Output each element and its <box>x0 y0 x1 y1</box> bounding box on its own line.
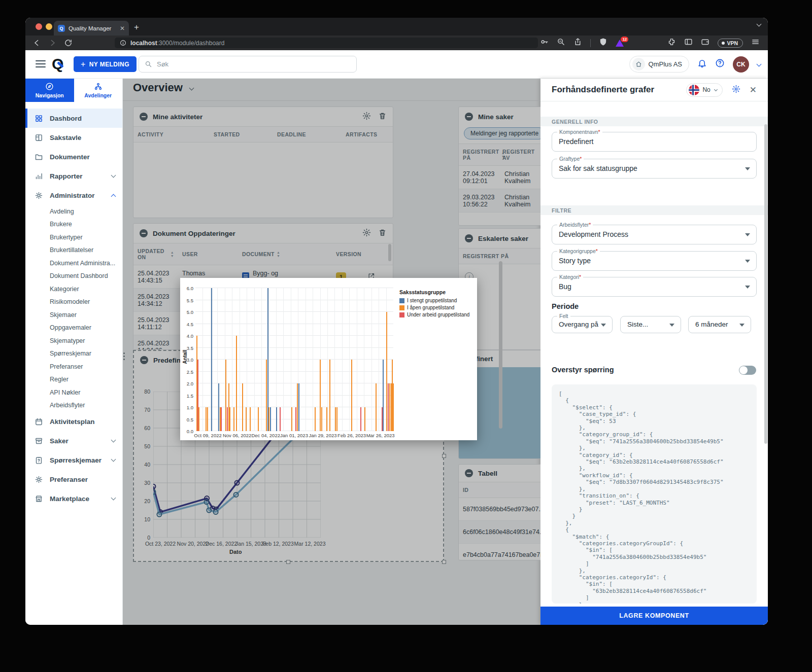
panel-settings-gear-icon[interactable] <box>732 85 740 95</box>
column-header[interactable]: Activity <box>133 127 210 142</box>
query-code-block[interactable]: [ { "$select": { "case_type_id": { "$eq"… <box>552 384 757 604</box>
reload-icon[interactable] <box>64 39 73 47</box>
column-header[interactable]: Artifacts <box>342 127 392 142</box>
password-key-icon[interactable] <box>540 38 549 48</box>
table-row[interactable]: 587f038569bb45ed973e07... <box>459 498 540 521</box>
extension-triangle-icon[interactable]: 12 <box>616 40 624 47</box>
tab-list-chevron-icon[interactable] <box>757 22 762 27</box>
column-header[interactable]: VERSION <box>332 243 367 265</box>
sidebar-item-saker[interactable]: Saker <box>25 431 122 450</box>
share-icon[interactable] <box>573 38 582 48</box>
shield-icon[interactable] <box>599 38 607 48</box>
arbeidsflyter-select[interactable]: Arbeidsflyter* Development Process <box>552 225 757 244</box>
qmplus-logo[interactable]: Q <box>52 55 63 73</box>
resize-handle[interactable] <box>286 560 290 564</box>
url-bar[interactable]: localhost:3000/module/dashboard <box>115 38 538 48</box>
sidebar-subitem-skjematyper[interactable]: Skjematyper <box>25 334 122 347</box>
language-selector[interactable]: No <box>686 83 722 97</box>
column-header[interactable]: DOCUMENT▲▼ <box>238 243 332 265</box>
graftype-select[interactable]: Graftype* Sak for sak statusgruppe <box>552 159 757 179</box>
sidebar-subitem-brukere[interactable]: Brukere <box>25 218 122 231</box>
notifications-bell-icon[interactable] <box>697 58 707 70</box>
sidebar-subitem-kategorier[interactable]: Kategorier <box>25 282 122 296</box>
new-tab-button[interactable]: + <box>134 22 139 32</box>
periode-mode-select[interactable]: Siste... <box>620 316 681 333</box>
felt-select[interactable]: Felt Overgang på <box>552 316 613 333</box>
scrollbar-thumb[interactable] <box>499 261 502 429</box>
sidebar-tab-navigasjon[interactable]: Navigasjon <box>25 79 74 102</box>
sidebar-item-aktivitetsplan[interactable]: Aktivitetsplan <box>25 412 122 431</box>
sidebar-item-administrator[interactable]: Administrator <box>25 186 122 205</box>
widget-drag-icon[interactable] <box>140 229 148 237</box>
floating-chart-preview[interactable]: Antall 0.00.51.01.52.02.53.03.54.04.55.0… <box>180 278 477 440</box>
sidebar-subitem-brukertyper[interactable]: Brukertyper <box>25 231 122 244</box>
account-chevron-icon[interactable] <box>757 62 762 67</box>
widget-delete-trash-icon[interactable] <box>378 228 387 239</box>
sidebar-toggle-icon[interactable] <box>684 38 693 48</box>
sidebar-resize-handle[interactable] <box>123 352 125 362</box>
sidebar-item-sakstavle[interactable]: Sakstavle <box>25 128 122 147</box>
sidebar-item-dashbord[interactable]: Dashbord <box>25 109 122 128</box>
sidebar-item-dokumenter[interactable]: Dokumenter <box>25 147 122 166</box>
sidebar-subitem-sp-rreskjemar[interactable]: Spørreskjemar <box>25 347 122 361</box>
zoom-out-icon[interactable] <box>557 38 565 48</box>
app-menu-icon[interactable] <box>36 60 46 67</box>
widget-drag-icon[interactable] <box>140 113 148 121</box>
minimize-window-button[interactable] <box>46 23 52 30</box>
sidebar-subitem-skjemaer[interactable]: Skjemaer <box>25 308 122 322</box>
komponentnavn-field[interactable]: Komponentnavn* Predefinert <box>552 132 757 152</box>
panel-scrollbar-thumb[interactable] <box>764 124 767 444</box>
forward-icon[interactable] <box>48 39 57 47</box>
sidebar-subitem-oppgavemaler[interactable]: Oppgavemaler <box>25 322 122 335</box>
close-window-button[interactable] <box>36 23 42 30</box>
widget-delete-trash-icon[interactable] <box>378 112 387 122</box>
new-message-button[interactable]: +NY MELDING <box>74 56 137 72</box>
widget-drag-icon[interactable] <box>465 469 473 477</box>
sidebar-subitem-brukertillatelser[interactable]: Brukertillatelser <box>25 244 122 257</box>
table-row[interactable]: 6c6f06c1860e48c49f31e74... <box>459 521 540 544</box>
sidebar-item-sp-rreskjemaer[interactable]: Spørreskjemaer <box>25 450 122 470</box>
widget-drag-icon[interactable] <box>465 113 473 121</box>
kategorigruppe-select[interactable]: Kategorigruppe* Story type <box>552 251 757 271</box>
widget-drag-icon[interactable] <box>140 356 148 364</box>
browser-menu-icon[interactable] <box>751 38 760 48</box>
resize-handle[interactable] <box>442 560 446 564</box>
sidebar-item-rapporter[interactable]: Rapporter <box>25 166 122 186</box>
site-info-icon[interactable] <box>120 40 126 46</box>
sidebar-subitem-dokument-dashbord[interactable]: Dokument Dashbord <box>25 270 122 283</box>
kategori-select[interactable]: Kategori* Bug <box>552 277 757 297</box>
override-toggle[interactable] <box>739 366 756 375</box>
table-row[interactable]: 29.03.202310:56:22ChristianKvalheim <box>459 189 540 213</box>
org-selector[interactable]: QmPlus AS <box>629 56 689 73</box>
column-header[interactable]: REGISTERT AV <box>498 144 538 165</box>
column-header[interactable]: Started <box>210 127 273 142</box>
back-icon[interactable] <box>32 39 41 47</box>
sidebar-item-marketplace[interactable]: Marketplace <box>25 489 122 508</box>
search-input[interactable]: Søk <box>139 56 357 73</box>
wallet-icon[interactable] <box>701 38 709 48</box>
sidebar-tab-avdelinger[interactable]: Avdelinger <box>74 79 123 102</box>
widget-settings-gear-icon[interactable] <box>362 112 371 122</box>
sidebar-subitem-risikomodeler[interactable]: Risikomodeler <box>25 296 122 309</box>
panel-close-icon[interactable]: ✕ <box>750 85 757 95</box>
page-title-chevron-icon[interactable] <box>189 85 194 90</box>
vpn-button[interactable]: VPN <box>718 39 743 48</box>
column-header[interactable]: Deadline <box>273 127 342 142</box>
sidebar-subitem-api-n-kler[interactable]: API Nøkler <box>25 386 122 399</box>
extensions-puzzle-icon[interactable] <box>667 38 676 48</box>
periode-duration-select[interactable]: 6 måneder <box>688 316 751 333</box>
browser-tab[interactable]: Q Quality Manager ✕ <box>54 21 129 36</box>
table-scrollbar-thumb[interactable] <box>388 244 391 261</box>
column-header[interactable]: ID <box>459 482 535 498</box>
column-header[interactable]: UPDATED ON▲▼ <box>133 243 178 265</box>
avatar[interactable]: CK <box>733 56 749 73</box>
sidebar-subitem-dokument-administra-[interactable]: Dokument Administra... <box>25 257 122 270</box>
widget-settings-gear-icon[interactable] <box>362 228 371 239</box>
sidebar-subitem-arbeidsflyter[interactable]: Arbeidsflyter <box>25 399 122 412</box>
table-row[interactable]: e7b4cb0a77a74167bea0e7b... <box>459 544 540 560</box>
column-header[interactable]: REGISTRERT PÅ <box>459 249 535 264</box>
save-component-button[interactable]: LAGRE KOMPONENT <box>540 607 768 625</box>
resize-handle[interactable] <box>442 454 446 458</box>
sidebar-subitem-regler[interactable]: Regler <box>25 373 122 386</box>
filter-pill[interactable]: Meldinger jeg rapporterte <box>464 127 540 139</box>
